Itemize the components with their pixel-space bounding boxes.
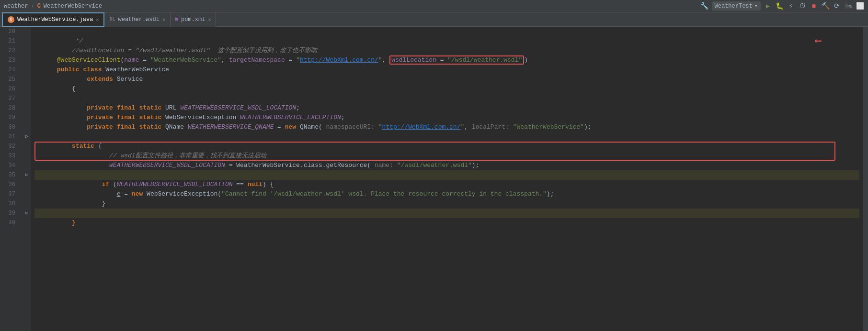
ln-33: 33 — [0, 151, 19, 161]
code-line-36: e = new WebServiceException("Cannot find… — [34, 180, 859, 189]
gutter-33 — [23, 151, 31, 161]
gutter-37 — [23, 189, 31, 199]
tab-bar: C WeatherWebService.java ✕ DL weather.ws… — [0, 12, 868, 27]
wrench-icon[interactable]: 🔧 — [700, 2, 709, 11]
wsdl-file-icon: DL — [109, 17, 115, 22]
gutter-24 — [23, 65, 31, 75]
tab-close-xml[interactable]: ✕ — [208, 17, 211, 22]
gutter-20 — [23, 27, 31, 36]
code-line-29: private final static QName WEATHERWEBSER… — [34, 113, 859, 122]
gutter-23 — [23, 55, 31, 65]
code-line-22: @WebServiceClient(name = "WeatherWebServ… — [34, 46, 859, 55]
code-line-37: } — [34, 189, 859, 199]
ln-27: 27 — [0, 94, 19, 103]
gutter-26 — [23, 84, 31, 94]
code-line-20: */ — [34, 27, 859, 36]
tab-weatherwebservice-java[interactable]: C WeatherWebService.java ✕ — [2, 12, 104, 27]
code-line-38: WEATHERWEBSERVICE_EXCEPTION = e; — [34, 199, 859, 209]
xml-file-icon: m — [175, 17, 178, 22]
code-line-27: private final static URL WEATHERWEBSERVI… — [34, 94, 859, 103]
ln-35: 35 — [0, 170, 19, 180]
gutter-22 — [23, 46, 31, 55]
tab-label-xml: pom.xml — [181, 16, 205, 23]
gutter-36 — [23, 180, 31, 189]
ln-26: 26 — [0, 84, 19, 94]
profile-icon[interactable]: ⏱ — [798, 2, 807, 11]
ln-23: 23 — [0, 55, 19, 65]
gutter-39: ▷ — [23, 209, 31, 218]
breadcrumb: weather › C WeatherWebService — [4, 3, 102, 10]
ln-31: 31 — [0, 132, 19, 142]
tab-label-wsdl: weather.wsdl — [118, 16, 159, 23]
vertical-scrollbar[interactable] — [863, 27, 868, 331]
gutter-30 — [23, 122, 31, 132]
code-line-35: if (WEATHERWEBSERVICE_WSDL_LOCATION == n… — [34, 170, 859, 180]
code-line-24: extends Service — [34, 65, 859, 75]
tab-pom-xml[interactable]: m pom.xml ✕ — [171, 12, 216, 27]
breadcrumb-sep1: › — [31, 3, 34, 10]
code-line-30 — [34, 122, 859, 132]
code-editor[interactable]: */ //wsdlLocation = "/wsdl/weather.wsdl"… — [31, 27, 863, 331]
gutter-38 — [23, 199, 31, 209]
run-icon[interactable]: ▶ — [764, 2, 772, 11]
code-line-28: private final static WebServiceException… — [34, 103, 859, 113]
project-name: weather — [4, 3, 28, 10]
build-icon[interactable]: 🔨 — [821, 2, 830, 11]
title-bar: weather › C WeatherWebService 🔧 WeatherT… — [0, 0, 868, 12]
run-config-selector[interactable]: WeatherTest ▾ — [712, 1, 761, 11]
code-line-31: static { — [34, 132, 859, 142]
class-icon: C — [37, 3, 41, 10]
ln-21: 21 — [0, 36, 19, 46]
gutter-40 — [23, 218, 31, 228]
ln-38: 38 — [0, 199, 19, 209]
code-line-26 — [34, 84, 859, 94]
stop-icon[interactable]: ■ — [810, 2, 818, 11]
run-config-arrow: ▾ — [754, 2, 758, 10]
ln-28: 28 — [0, 103, 19, 113]
gutter: ▷ ▷ ▷ — [23, 27, 31, 331]
gutter-28 — [23, 103, 31, 113]
toolbar: 🔧 WeatherTest ▾ ▶ 🐛 ⚡ ⏱ ■ 🔨 ⟳ 🐜 ⬜ — [700, 1, 864, 11]
ant-icon[interactable]: 🐜 — [844, 2, 853, 11]
gutter-25 — [23, 75, 31, 84]
maximize-icon[interactable]: ⬜ — [856, 2, 864, 11]
highlighted-block: // wsdl配置文件路径，非常重要，找不到直接无法启动 WEATHERWEBS… — [34, 142, 859, 161]
code-line-33: WEATHERWEBSERVICE_WSDL_LOCATION = Weathe… — [34, 151, 859, 161]
red-arrow: ⟵ — [815, 36, 821, 46]
code-line-39: } — [34, 209, 859, 218]
ln-34: 34 — [0, 161, 19, 170]
tab-close-wsdl[interactable]: ✕ — [162, 17, 165, 22]
gutter-31: ▷ — [23, 132, 31, 142]
gutter-21 — [23, 36, 31, 46]
run-config-label: WeatherTest — [715, 3, 753, 10]
code-line-40 — [34, 218, 859, 228]
ln-30: 30 — [0, 122, 19, 132]
code-line-21: //wsdlLocation = "/wsdl/weather.wsdl" 这个… — [34, 36, 859, 46]
debug-icon[interactable]: 🐛 — [775, 2, 784, 11]
ln-25: 25 — [0, 75, 19, 84]
rebuild-icon[interactable]: ⟳ — [833, 2, 841, 11]
gutter-32 — [23, 142, 31, 151]
tab-close-java[interactable]: ✕ — [96, 17, 99, 22]
gutter-27 — [23, 94, 31, 103]
tab-label-java: WeatherWebService.java — [17, 16, 93, 23]
line-numbers: 20 21 22 23 24 25 26 27 28 29 30 31 32 3… — [0, 27, 23, 331]
java-file-icon: C — [8, 16, 14, 23]
ln-24: 24 — [0, 65, 19, 75]
ln-32: 32 — [0, 142, 19, 151]
code-area: 20 21 22 23 24 25 26 27 28 29 30 31 32 3… — [0, 27, 868, 331]
class-name: WeatherWebService — [44, 3, 102, 10]
code-line-32: // wsdl配置文件路径，非常重要，找不到直接无法启动 — [34, 142, 859, 151]
tab-weather-wsdl[interactable]: DL weather.wsdl ✕ — [104, 12, 170, 27]
code-line-25: { — [34, 75, 859, 84]
coverage-icon[interactable]: ⚡ — [787, 2, 795, 11]
ln-37: 37 — [0, 189, 19, 199]
code-line-34: WebServiceException e = null; — [34, 161, 859, 170]
ln-36: 36 — [0, 180, 19, 189]
ln-29: 29 — [0, 113, 19, 122]
ln-20: 20 — [0, 27, 19, 36]
ln-40: 40 — [0, 218, 19, 228]
ln-22: 22 — [0, 46, 19, 55]
ln-39: 39 — [0, 209, 19, 218]
gutter-29 — [23, 113, 31, 122]
